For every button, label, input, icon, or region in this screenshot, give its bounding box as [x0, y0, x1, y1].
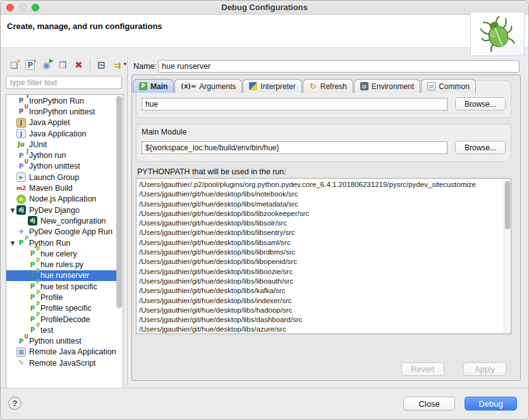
pythonpath-entry[interactable]: /Users/jgauthier/git/hue/desktop/libs/li… [139, 228, 511, 237]
tab[interactable]: ▤ Environment [354, 79, 420, 93]
tab[interactable]: ↻ Refresh [303, 79, 353, 93]
pythonpath-scrollbar-track[interactable] [504, 179, 511, 333]
delete-launch-configuration-icon[interactable]: ✖ [71, 58, 86, 72]
new-prototype-icon[interactable]: P+ [23, 58, 38, 72]
tree-item[interactable]: J Java Application [6, 128, 116, 139]
debug-button[interactable]: Debug [465, 397, 517, 411]
tree-item[interactable]: PI IronPython Run [6, 95, 116, 106]
panel-splitter[interactable] [127, 56, 128, 386]
pythonpath-entry[interactable]: /Users/jgauthier/git/hue/desktop/libs/li… [139, 257, 511, 267]
tree-item[interactable]: PP Profile specific [6, 303, 116, 314]
tree-item-icon: PU [16, 337, 26, 346]
pythonpath-entry[interactable]: /Users/jgauthier/git/hue/desktop/libs/me… [139, 200, 511, 209]
tree-item[interactable]: ✈ PyDev Google App Run [6, 227, 116, 237]
tree-item-label: Java Application [29, 129, 86, 138]
tab[interactable]: ▤ Common [421, 79, 476, 93]
tree-item-icon: PP [16, 238, 26, 248]
tree-item-label: hue test specific [40, 282, 97, 291]
tree-vertical-scrollbar[interactable] [116, 96, 122, 308]
new-launch-configuration-icon[interactable]: ❏+ [7, 58, 21, 72]
help-button[interactable]: ? [8, 397, 21, 410]
expander-icon[interactable]: ▼ [9, 207, 16, 213]
window-title: Debug Configurations [1, 3, 528, 12]
pythonpath-entry[interactable]: /Users/jgauthier/git/hue/desktop/libs/az… [139, 325, 511, 334]
duplicate-launch-configuration-icon[interactable]: ❐ [56, 58, 70, 72]
pythonpath-entry[interactable]: /Users/jgauthier/git/hue/desktop/libs/da… [139, 315, 511, 325]
export-launch-configurations-icon[interactable]: ◉▶ [39, 58, 54, 72]
tab[interactable]: (x)= Arguments [174, 79, 242, 93]
tree-item-icon: Ju [16, 140, 26, 149]
tree-item[interactable]: J Java Applet [6, 117, 116, 128]
tab[interactable]: P Main [133, 79, 174, 93]
pythonpath-entry[interactable]: /Users/jgauthier/git/hue/desktop/libs/li… [139, 267, 511, 277]
pythonpath-entry[interactable]: /Users/jgauthier/git/hue/desktop/libs/li… [139, 219, 511, 228]
pythonpath-entry[interactable]: /Users/jgauthier/git/hue/desktop/libs/li… [139, 209, 511, 219]
toolbar-separator[interactable] [90, 60, 90, 71]
close-button[interactable]: Close [403, 397, 455, 411]
tree-item-icon: n [16, 195, 26, 204]
tree-item[interactable]: dj New_configuration [6, 215, 116, 226]
tree-item[interactable]: ✎ Remote JavaScript [6, 357, 116, 368]
tree-item[interactable]: ▶ Launch Group [6, 172, 116, 183]
zoom-window-button[interactable] [32, 4, 39, 11]
tab-label: Refresh [320, 82, 347, 91]
tree-item-icon: m2 [16, 184, 26, 193]
main-module-input[interactable] [142, 141, 447, 154]
tree-item-label: hue celery [40, 249, 77, 258]
tree-item[interactable]: PU Python unittest [6, 336, 116, 347]
tab[interactable]: Interpreter [243, 79, 301, 93]
tree-item[interactable]: PP hue test specific [6, 281, 116, 292]
configuration-detail-panel: Name: P Main (x)= Arguments Interpreter [131, 56, 521, 386]
tree-item[interactable]: ▼ PP Python Run [6, 237, 116, 248]
tree-item[interactable]: PJ Jython run [6, 150, 116, 160]
tab-icon: ↻ [309, 82, 317, 90]
pythonpath-entry[interactable]: /Users/jgauthier/git/hue/desktop/libs/ha… [139, 306, 511, 315]
tab-label: Environment [372, 82, 414, 91]
main-tab-content: Project Browse... Main Module Browse... … [131, 75, 521, 381]
collapse-all-icon[interactable]: ⊟ [94, 58, 109, 72]
configuration-tree: PI IronPython Run PU IronPython unittest… [6, 94, 123, 407]
project-input[interactable] [142, 98, 447, 111]
pythonpath-entry[interactable]: /Users/jgauthier/git/hue/desktop/libs/li… [139, 277, 511, 286]
pythonpath-entry[interactable]: /Users/jgauthier/.p2/pool/plugins/org.py… [139, 180, 511, 189]
tree-item-label: Python unittest [29, 337, 82, 345]
main-module-browse-button[interactable]: Browse... [455, 141, 506, 154]
close-window-button[interactable] [6, 4, 14, 11]
pythonpath-scrollbar-thumb[interactable] [505, 181, 510, 229]
tree-item[interactable]: PP hue celery [6, 248, 116, 259]
filter-input[interactable] [6, 76, 122, 89]
tree-item[interactable]: PP hue runserver [6, 270, 116, 281]
tree-item[interactable]: ▼ dj PyDev Django [6, 205, 116, 215]
tree-item-label: JUnit [29, 140, 47, 149]
tree-item[interactable]: ▤ Remote Java Application [6, 347, 116, 357]
tab-icon: ▤ [360, 82, 368, 90]
pythonpath-entry[interactable]: /Users/jgauthier/git/hue/desktop/libs/li… [139, 238, 511, 248]
tree-item[interactable]: m2 Maven Build [6, 183, 116, 193]
tree-item[interactable]: n Node.js Application [6, 194, 116, 205]
revert-button[interactable]: Revert [401, 363, 444, 376]
tree-item[interactable]: PP test [6, 325, 116, 335]
tree-item-label: Remote JavaScript [29, 359, 96, 368]
pythonpath-entry[interactable]: /Users/jgauthier/git/hue/desktop/libs/li… [139, 248, 511, 257]
tree-item-label: Profile specific [40, 304, 92, 313]
main-module-label: Main Module [142, 128, 506, 136]
tree-item[interactable]: Ju JUnit [6, 139, 116, 150]
project-browse-button[interactable]: Browse... [455, 97, 506, 111]
tree-item[interactable]: PU Jython unittest [6, 161, 116, 172]
tree-item-icon: ▤ [16, 347, 26, 357]
pythonpath-entry[interactable]: /Users/jgauthier/git/hue/desktop/libs/ka… [139, 286, 511, 296]
tab-label: Common [439, 82, 470, 91]
pythonpath-entry[interactable]: /Users/jgauthier/git/hue/desktop/libs/no… [139, 189, 511, 199]
tree-item[interactable]: PU IronPython unittest [6, 106, 116, 117]
filter-launch-configurations-icon[interactable]: ⇉▾ [110, 58, 125, 72]
tree-item-icon: PU [16, 107, 26, 116]
tree-item[interactable]: PP ProfileDecode [6, 314, 116, 325]
tree-item[interactable]: PP Profile [6, 292, 116, 303]
expander-icon[interactable]: ▼ [9, 240, 16, 246]
apply-button[interactable]: Apply [463, 363, 506, 376]
tree-item[interactable]: PP hue rules.py [6, 259, 116, 270]
name-input[interactable] [158, 60, 520, 73]
tree-item-label: hue rules.py [40, 260, 83, 269]
pythonpath-entry[interactable]: /Users/jgauthier/git/hue/desktop/libs/in… [139, 296, 511, 306]
tree-item-label: IronPython Run [29, 97, 84, 105]
